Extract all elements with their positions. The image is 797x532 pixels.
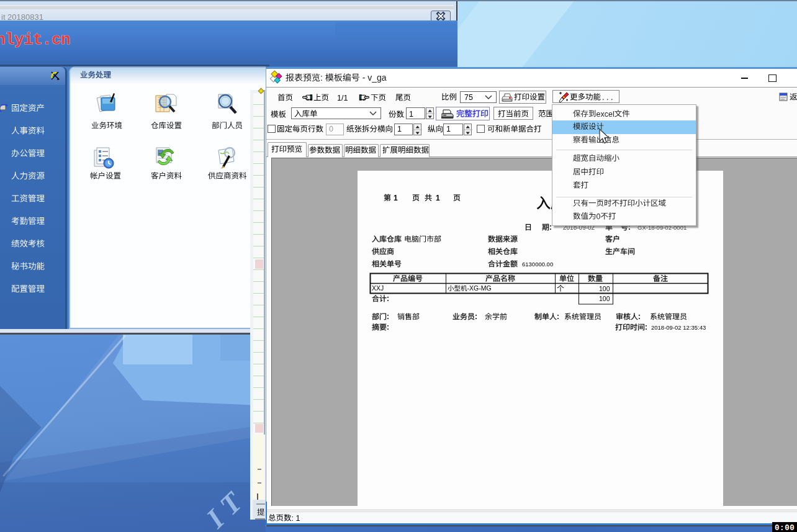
svg-text:excel: excel: [597, 110, 615, 119]
svg-text:0: 0: [597, 212, 601, 221]
svg-text:0:00: 0:00: [775, 524, 795, 532]
